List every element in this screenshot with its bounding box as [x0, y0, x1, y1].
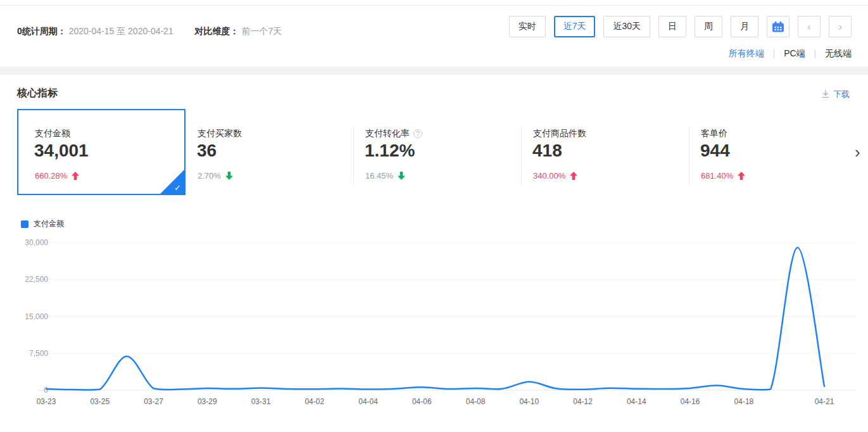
download-icon: [821, 90, 830, 99]
tab-month[interactable]: 月: [731, 16, 758, 37]
metric-card-pay-items[interactable]: 支付商品件数 418 340.00%: [521, 109, 689, 195]
stat-period: 0统计周期： 2020-04-15 至 2020-04-21 对比维度： 前一个…: [17, 26, 282, 37]
metric-cards: 支付金额 34,001 660.28% ✓ 支付买家数 36 2.70%: [0, 109, 868, 198]
cards-next-chevron[interactable]: ›: [855, 144, 860, 160]
download-link[interactable]: 下载: [821, 89, 850, 100]
svg-text:04-18: 04-18: [734, 397, 754, 406]
tab-week[interactable]: 周: [695, 16, 722, 37]
metric-card-pay-conversion[interactable]: 支付转化率 ? 1.12% 16.45%: [353, 109, 521, 195]
legend-swatch: [21, 220, 28, 228]
svg-text:03-31: 03-31: [251, 397, 271, 406]
svg-text:03-23: 03-23: [37, 397, 56, 406]
svg-text:04-04: 04-04: [358, 397, 378, 406]
calendar-button[interactable]: [767, 16, 789, 37]
svg-text:04-14: 04-14: [627, 397, 646, 406]
legend-label: 支付金额: [34, 219, 64, 229]
separator: |: [773, 48, 776, 58]
metric-value: 36: [197, 141, 217, 161]
up-arrow-icon: [738, 172, 745, 180]
separator: |: [814, 48, 816, 58]
terminal-pc[interactable]: PC端: [784, 48, 805, 58]
metric-change: 16.45%: [365, 171, 405, 181]
svg-text:04-21: 04-21: [815, 397, 834, 406]
next-period-button[interactable]: ›: [829, 16, 852, 37]
terminal-wireless[interactable]: 无线端: [825, 48, 852, 58]
metric-value: 944: [700, 141, 730, 161]
top-divider: [0, 5, 868, 6]
metric-card-pay-amount[interactable]: 支付金额 34,001 660.28% ✓: [17, 109, 186, 195]
chart-legend-pay-amount[interactable]: 支付金额: [21, 219, 64, 229]
svg-text:15,000: 15,000: [25, 312, 48, 321]
tab-realtime[interactable]: 实时: [509, 16, 546, 37]
stat-period-label: 0统计周期：: [17, 26, 66, 36]
metric-change: 2.70%: [198, 171, 233, 181]
metric-value: 34,001: [34, 141, 89, 161]
svg-text:22,500: 22,500: [25, 275, 48, 284]
metric-card-avg-order-value[interactable]: 客单价 944 681.40%: [689, 109, 857, 195]
download-label: 下载: [833, 89, 850, 100]
payment-amount-line-chart[interactable]: 07,50015,00022,50030,00003-2303-2503-270…: [0, 233, 868, 429]
tab-last-30-days[interactable]: 近30天: [603, 16, 650, 37]
stat-period-value: 2020-04-15 至 2020-04-21: [69, 26, 173, 36]
compare-dimension-value: 前一个7天: [241, 26, 282, 36]
down-arrow-icon: [398, 172, 405, 180]
chevron-right-icon: ›: [838, 20, 842, 34]
chevron-left-icon: ‹: [807, 20, 811, 34]
svg-text:04-08: 04-08: [466, 397, 486, 406]
metric-value: 1.12%: [365, 141, 415, 161]
metric-change: 660.28%: [35, 171, 79, 181]
up-arrow-icon: [570, 172, 577, 180]
terminal-filter: 所有终端 | PC端 | 无线端: [729, 48, 852, 60]
svg-text:7,500: 7,500: [29, 349, 48, 358]
svg-text:04-06: 04-06: [412, 397, 432, 406]
metric-change: 340.00%: [533, 171, 577, 181]
svg-text:04-10: 04-10: [519, 397, 539, 406]
metric-name: 支付金额: [35, 128, 70, 139]
up-arrow-icon: [72, 172, 79, 180]
prev-period-button[interactable]: ‹: [798, 16, 821, 37]
calendar-icon: [772, 22, 784, 32]
compare-dimension-label: 对比维度：: [194, 26, 239, 36]
terminal-all[interactable]: 所有终端: [729, 48, 764, 58]
svg-text:30,000: 30,000: [25, 238, 48, 247]
section-title: 核心指标: [17, 87, 58, 100]
metric-change: 681.40%: [701, 171, 745, 181]
svg-text:04-16: 04-16: [681, 397, 700, 406]
section-divider-band: [0, 67, 868, 75]
analytics-dashboard: 0统计周期： 2020-04-15 至 2020-04-21 对比维度： 前一个…: [0, 0, 868, 432]
time-range-tabs: 实时 近7天 近30天 日 周 月 ‹ ›: [509, 16, 852, 37]
tab-last-7-days[interactable]: 近7天: [554, 16, 596, 37]
metric-card-pay-buyers[interactable]: 支付买家数 36 2.70%: [186, 109, 353, 195]
svg-text:04-12: 04-12: [573, 397, 593, 406]
down-arrow-icon: [225, 172, 233, 180]
metric-name: 支付商品件数: [533, 128, 586, 139]
tab-day[interactable]: 日: [658, 16, 686, 37]
metric-name: 支付转化率: [365, 128, 410, 139]
help-icon[interactable]: ?: [413, 129, 422, 138]
metric-name: 客单价: [701, 128, 727, 139]
metric-name: 支付买家数: [198, 128, 242, 139]
svg-text:04-02: 04-02: [305, 397, 324, 406]
check-icon: ✓: [174, 183, 181, 193]
svg-text:03-29: 03-29: [198, 397, 217, 406]
svg-text:03-27: 03-27: [144, 397, 163, 406]
svg-text:0: 0: [44, 386, 48, 395]
svg-text:03-25: 03-25: [90, 397, 110, 406]
metric-value: 418: [532, 141, 562, 161]
